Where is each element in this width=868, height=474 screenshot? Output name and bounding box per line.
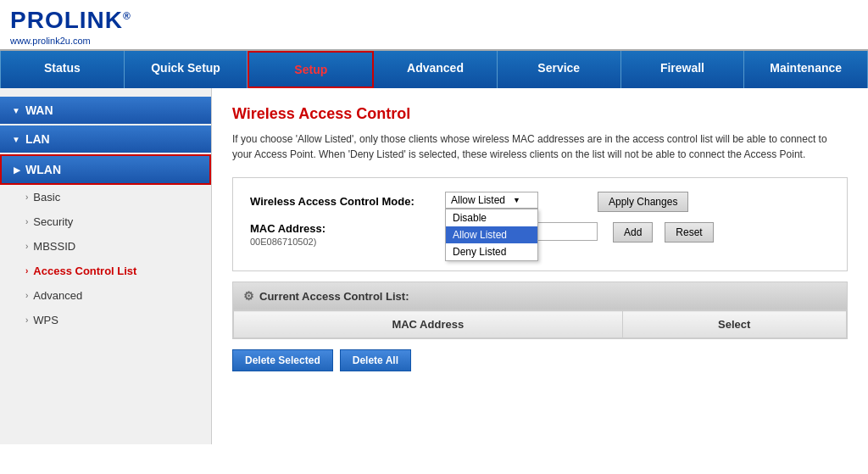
acl-header-label: Current Access Control List:	[259, 290, 409, 303]
mbssid-label: MBSSID	[33, 240, 75, 253]
logo: PROLINK®	[10, 7, 858, 34]
col-select: Select	[622, 311, 846, 338]
lan-arrow: ▼	[12, 135, 20, 144]
advanced-label: Advanced	[33, 289, 82, 302]
nav-advanced[interactable]: Advanced	[374, 51, 498, 88]
sidebar-item-advanced[interactable]: › Advanced	[0, 283, 211, 308]
mac-row: MAC Address: 00E086710502) Add Reset	[250, 222, 830, 247]
dropdown-arrow-icon: ▼	[513, 196, 520, 204]
content-area: Wireless Access Control If you choose 'A…	[212, 88, 868, 444]
nav-firewall[interactable]: Firewall	[621, 51, 745, 88]
reset-button[interactable]: Reset	[665, 222, 713, 243]
acl-section: ⚙ Current Access Control List: MAC Addre…	[232, 282, 848, 339]
mode-dropdown-menu: Disable Allow Listed Deny Listed	[445, 209, 538, 261]
sidebar-item-acl[interactable]: › Access Control List	[0, 259, 211, 283]
sidebar-wan-header[interactable]: ▼ WAN	[0, 97, 211, 124]
security-label: Security	[33, 215, 73, 228]
sidebar-item-basic[interactable]: › Basic	[0, 185, 211, 209]
apply-changes-button[interactable]: Apply Changes	[598, 192, 688, 212]
form-section: Wireless Access Control Mode: Allow List…	[232, 177, 848, 271]
delete-all-button[interactable]: Delete All	[340, 349, 411, 371]
basic-label: Basic	[33, 191, 60, 204]
col-mac-address: MAC Address	[234, 311, 623, 338]
acl-dot: ›	[25, 266, 28, 276]
mode-label: Wireless Access Control Mode:	[250, 192, 437, 208]
sidebar-wlan-header[interactable]: ▶ WLAN	[0, 154, 211, 185]
option-deny-listed[interactable]: Deny Listed	[446, 243, 537, 260]
main-layout: ▼ WAN ▼ LAN ▶ WLAN › Basic › Security	[0, 88, 868, 444]
navbar: Status Quick Setup Setup Advanced Servic…	[0, 49, 868, 88]
button-row: Delete Selected Delete All	[232, 349, 848, 371]
sidebar-section-wlan: ▶ WLAN › Basic › Security › MBSSID › Acc…	[0, 154, 211, 332]
logo-subtitle: www.prolink2u.com	[10, 36, 858, 46]
acl-table-header-row: MAC Address Select	[234, 311, 847, 338]
lan-label: LAN	[25, 132, 50, 146]
wps-dot: ›	[25, 315, 28, 325]
wps-label: WPS	[33, 314, 58, 326]
gear-icon: ⚙	[243, 289, 254, 303]
mode-row: Wireless Access Control Mode: Allow List…	[250, 192, 830, 212]
advanced-dot: ›	[25, 291, 28, 300]
wlan-label: WLAN	[25, 163, 61, 176]
page-description: If you choose 'Allow Listed', only those…	[232, 131, 848, 162]
basic-dot: ›	[25, 192, 28, 202]
nav-service[interactable]: Service	[498, 51, 621, 88]
page-title: Wireless Access Control	[232, 105, 848, 123]
option-allow-listed[interactable]: Allow Listed	[446, 226, 537, 243]
mbssid-dot: ›	[25, 242, 28, 251]
delete-selected-button[interactable]: Delete Selected	[232, 349, 333, 371]
option-disable[interactable]: Disable	[446, 209, 537, 226]
nav-setup[interactable]: Setup	[248, 51, 374, 88]
sidebar-item-wps[interactable]: › WPS	[0, 308, 211, 332]
sidebar-section-wan: ▼ WAN	[0, 97, 211, 124]
acl-label: Access Control List	[33, 265, 136, 277]
mode-selected-value: Allow Listed	[451, 194, 505, 206]
sidebar-section-lan: ▼ LAN	[0, 125, 211, 153]
mac-label: MAC Address:	[250, 219, 326, 235]
wan-label: WAN	[25, 103, 53, 117]
acl-table: MAC Address Select	[233, 310, 847, 338]
wlan-arrow: ▶	[14, 165, 20, 175]
logo-registered: ®	[123, 10, 131, 22]
nav-maintenance[interactable]: Maintenance	[744, 51, 868, 88]
sidebar-item-security[interactable]: › Security	[0, 209, 211, 234]
mac-hint: 00E086710502)	[250, 237, 437, 247]
sidebar: ▼ WAN ▼ LAN ▶ WLAN › Basic › Security	[0, 88, 212, 444]
mode-dropdown-container: Allow Listed ▼ Disable Allow Listed Deny…	[445, 192, 538, 209]
mode-dropdown-display[interactable]: Allow Listed ▼	[445, 192, 538, 209]
logo-text: PROLINK	[10, 7, 123, 33]
nav-quick-setup[interactable]: Quick Setup	[125, 51, 248, 88]
wan-arrow: ▼	[12, 106, 20, 115]
add-button[interactable]: Add	[613, 222, 653, 243]
nav-status[interactable]: Status	[0, 51, 125, 88]
sidebar-lan-header[interactable]: ▼ LAN	[0, 125, 211, 153]
security-dot: ›	[25, 217, 28, 226]
sidebar-item-mbssid[interactable]: › MBSSID	[0, 234, 211, 259]
header: PROLINK® www.prolink2u.com	[0, 0, 868, 49]
acl-header: ⚙ Current Access Control List:	[233, 282, 847, 310]
